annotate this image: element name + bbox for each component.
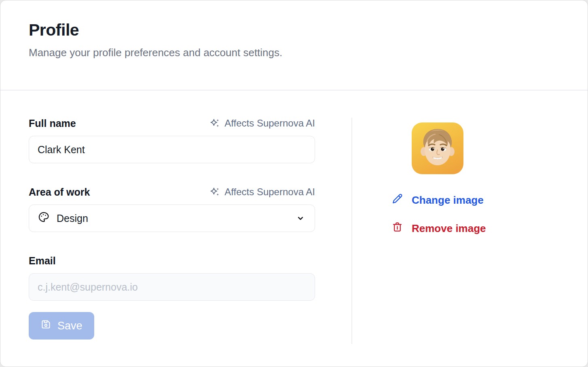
ai-hint-text: Affects Supernova AI — [224, 186, 315, 198]
floppy-save-icon — [40, 319, 51, 333]
sparkles-icon — [209, 187, 220, 197]
save-button[interactable]: Save — [29, 312, 94, 340]
email-field-group: Email — [29, 255, 315, 301]
area-of-work-select[interactable]: Design — [29, 205, 315, 232]
full-name-label-row: Full name Affects Supernova AI — [29, 117, 315, 129]
memoji-man-avatar — [412, 122, 463, 174]
full-name-field-group: Full name Affects Supernova AI — [29, 117, 315, 163]
full-name-ai-hint: Affects Supernova AI — [209, 118, 315, 129]
full-name-input[interactable] — [29, 136, 315, 163]
full-name-label: Full name — [29, 118, 76, 129]
trash-icon — [392, 221, 403, 235]
ai-hint-text: Affects Supernova AI — [224, 118, 315, 129]
area-of-work-label: Area of work — [29, 186, 90, 198]
remove-image-label: Remove image — [412, 222, 486, 235]
content-area: Full name Affects Supernova AI — [0, 91, 588, 367]
page-subtitle: Manage your profile preferences and acco… — [29, 46, 559, 59]
chevron-down-icon — [295, 213, 306, 224]
page-header: Profile Manage your profile preferences … — [0, 0, 588, 59]
save-button-label: Save — [57, 320, 82, 332]
area-of-work-field-group: Area of work Affects Supernova AI — [29, 186, 315, 232]
sparkles-icon — [209, 118, 220, 129]
area-of-work-value: Design — [57, 213, 88, 224]
email-input[interactable] — [29, 273, 315, 301]
profile-settings-window: Profile Manage your profile preferences … — [0, 0, 588, 367]
page-title: Profile — [29, 21, 559, 40]
pencil-icon — [392, 193, 403, 207]
profile-form: Full name Affects Supernova AI — [29, 117, 315, 367]
area-of-work-label-row: Area of work Affects Supernova AI — [29, 186, 315, 198]
change-image-label: Change image — [412, 194, 484, 207]
area-of-work-ai-hint: Affects Supernova AI — [209, 186, 315, 198]
change-image-button[interactable]: Change image — [392, 193, 484, 207]
remove-image-button[interactable]: Remove image — [392, 221, 486, 235]
email-label: Email — [29, 255, 56, 267]
palette-icon — [38, 211, 49, 225]
email-label-row: Email — [29, 255, 315, 267]
profile-image-panel: Change image Remove image — [352, 117, 486, 367]
